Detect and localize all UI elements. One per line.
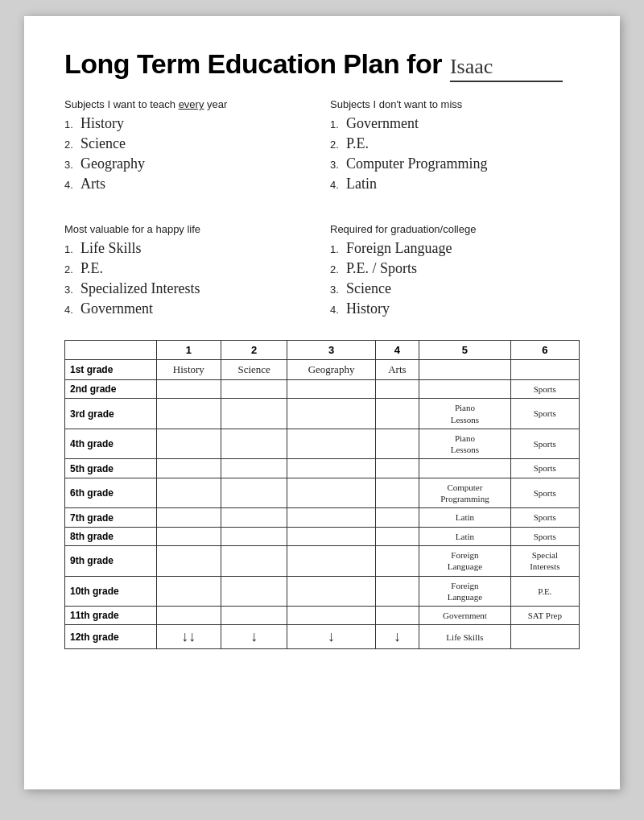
cell-12-4: ↓ [375, 625, 419, 649]
page: Long Term Education Plan for Isaac Subje… [24, 16, 620, 789]
cell-1-4: Arts [375, 360, 419, 380]
cell-1-3: Geography [287, 360, 375, 380]
cell-4-3 [287, 429, 375, 459]
cell-4-1 [156, 429, 221, 459]
grade-label: 8th grade [65, 527, 157, 545]
col-header-5: 5 [419, 341, 510, 360]
right-bottom-col: Required for graduation/college 1. Forei… [330, 223, 580, 321]
cell-9-1 [156, 545, 221, 576]
col-header-6: 6 [510, 341, 579, 360]
cell-8-1 [156, 527, 221, 545]
table-row: 2nd grade Sports [65, 380, 580, 399]
cell-10-4 [375, 576, 419, 607]
cell-4-6: Sports [510, 429, 579, 459]
cell-7-2 [221, 508, 287, 527]
list-item: 4. Latin [330, 176, 580, 193]
cell-4-5: PianoLessons [419, 429, 510, 459]
cell-1-2: Science [221, 360, 287, 380]
cell-9-3 [287, 545, 375, 576]
cell-10-5: ForeignLanguage [419, 576, 510, 607]
cell-9-6: SpecialInterests [510, 545, 579, 576]
cell-11-3 [287, 607, 375, 625]
cell-1-6 [510, 360, 579, 380]
cell-8-6: Sports [510, 527, 579, 545]
table-row: 3rd grade PianoLessons Sports [65, 399, 580, 429]
list-item: 2. Science [64, 135, 314, 152]
cell-2-3 [287, 380, 375, 399]
grade-label: 9th grade [65, 545, 157, 576]
left-top-label: Subjects I want to teach every year [64, 98, 314, 110]
grade-label: 2nd grade [65, 380, 157, 399]
list-item: 3. Specialized Interests [64, 280, 314, 297]
cell-8-3 [287, 527, 375, 545]
cell-5-3 [287, 459, 375, 478]
list-item: 3. Geography [64, 155, 314, 172]
list-item: 2. P.E. [64, 260, 314, 277]
main-title: Long Term Education Plan for [64, 48, 442, 80]
right-top-col: Subjects I don't want to miss 1. Governm… [330, 98, 580, 196]
list-item: 4. Government [64, 300, 314, 317]
grade-label: 5th grade [65, 459, 157, 478]
cell-12-3: ↓ [287, 625, 375, 649]
col-header-4: 4 [375, 341, 419, 360]
right-top-list: 1. Government 2. P.E. 3. Computer Progra… [330, 115, 580, 193]
cell-9-5: ForeignLanguage [419, 545, 510, 576]
list-item: 1. Life Skills [64, 240, 314, 257]
table-row: 6th grade ComputerProgramming Sports [65, 478, 580, 508]
cell-1-1: History [156, 360, 221, 380]
cell-12-1: ↓↓ [156, 625, 221, 649]
cell-4-4 [375, 429, 419, 459]
col-header-2: 2 [221, 341, 287, 360]
cell-3-3 [287, 399, 375, 429]
cell-11-1 [156, 607, 221, 625]
table-row: 8th grade Latin Sports [65, 527, 580, 545]
title-section: Long Term Education Plan for Isaac [64, 48, 580, 82]
cell-2-4 [375, 380, 419, 399]
col-header-1: 1 [156, 341, 221, 360]
cell-10-6: P.E. [510, 576, 579, 607]
bottom-two-col: Most valuable for a happy life 1. Life S… [64, 223, 580, 321]
top-two-col: Subjects I want to teach every year 1. H… [64, 98, 580, 196]
cell-3-4 [375, 399, 419, 429]
list-item: 1. Government [330, 115, 580, 132]
cell-11-6: SAT Prep [510, 607, 579, 625]
grade-label: 7th grade [65, 508, 157, 527]
table-row: 11th grade Government SAT Prep [65, 607, 580, 625]
cell-6-4 [375, 478, 419, 508]
right-bottom-list: 1. Foreign Language 2. P.E. / Sports 3. … [330, 240, 580, 317]
cell-4-2 [221, 429, 287, 459]
grade-label: 1st grade [65, 360, 157, 380]
schedule-table: 1 2 3 4 5 6 1st grade History Science Ge… [64, 340, 580, 649]
cell-2-2 [221, 380, 287, 399]
cell-2-5 [419, 380, 510, 399]
cell-6-5: ComputerProgramming [419, 478, 510, 508]
table-header-row: 1 2 3 4 5 6 [65, 341, 580, 360]
left-bottom-label: Most valuable for a happy life [64, 223, 314, 235]
cell-11-2 [221, 607, 287, 625]
cell-6-6: Sports [510, 478, 579, 508]
table-row: 1st grade History Science Geography Arts [65, 360, 580, 380]
table-row: 12th grade ↓↓ ↓ ↓ ↓ Life Skills [65, 625, 580, 649]
table-row: 4th grade PianoLessons Sports [65, 429, 580, 459]
right-bottom-label: Required for graduation/college [330, 223, 580, 235]
table-row: 5th grade Sports [65, 459, 580, 478]
grade-label: 6th grade [65, 478, 157, 508]
list-item: 1. History [64, 115, 314, 132]
cell-2-6: Sports [510, 380, 579, 399]
student-name: Isaac [450, 55, 563, 82]
cell-6-3 [287, 478, 375, 508]
cell-7-3 [287, 508, 375, 527]
list-item: 1. Foreign Language [330, 240, 580, 257]
list-item: 2. P.E. [330, 135, 580, 152]
cell-3-6: Sports [510, 399, 579, 429]
cell-3-1 [156, 399, 221, 429]
grade-label: 3rd grade [65, 399, 157, 429]
cell-10-1 [156, 576, 221, 607]
list-item: 4. History [330, 300, 580, 317]
cell-3-2 [221, 399, 287, 429]
cell-7-6: Sports [510, 508, 579, 527]
cell-11-5: Government [419, 607, 510, 625]
cell-1-5 [419, 360, 510, 380]
cell-12-6 [510, 625, 579, 649]
cell-2-1 [156, 380, 221, 399]
